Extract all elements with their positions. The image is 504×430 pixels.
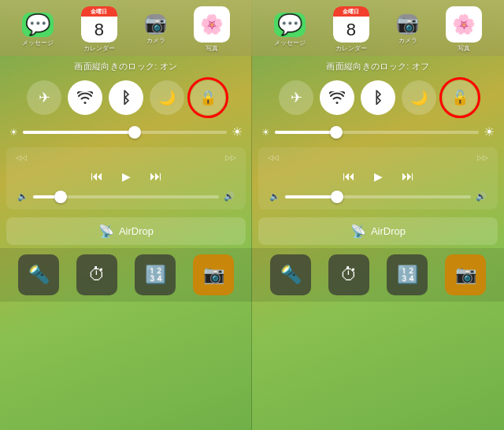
track-left-label-right: ◁◁ [268,154,279,161]
brightness-fill [23,131,135,134]
messages-label-right: メッセージ [274,39,306,47]
brightness-low-icon: ☀ [9,127,18,138]
shortcuts-row-left: 🔦 ⏱ 🔢 📷 [0,248,252,302]
calendar-label: カレンダー [83,44,115,53]
do-not-disturb-btn-right[interactable]: 🌙 [402,80,436,115]
wifi-btn[interactable] [68,80,102,115]
messages-app[interactable]: 💬 メッセージ [22,13,54,47]
calendar-weekday: 金曜日 [81,6,117,17]
photos-app-right[interactable]: 🌸 写真 [446,6,482,53]
wifi-btn-right[interactable] [320,80,354,115]
flashlight-btn-left[interactable]: 🔦 [18,254,59,295]
clock-btn-right[interactable]: ⏱ [328,254,369,295]
wifi-icon [77,91,93,104]
lock-status-right: 画面縦向きのロック: オフ [252,56,504,76]
camera-label-right: カメラ [398,36,417,45]
brightness-high-icon-right: ☀ [484,124,495,139]
volume-low-icon-right: 🔈 [269,191,280,202]
track-left-label: ◁◁ [16,154,27,161]
volume-high-icon: 🔊 [224,191,235,202]
wifi-icon-right [329,91,345,104]
media-controls-right: ⏮ ▶ ⏭ [266,166,490,187]
volume-slider-right[interactable]: 🔈 🔊 [266,187,490,203]
media-player-left: ◁◁ ▷▷ ⏮ ▶ ⏭ 🔈 🔊 [6,147,246,209]
airdrop-label-left: AirDrop [119,225,154,237]
camera-shortcut-btn-right[interactable]: 📷 [445,254,486,295]
photos-label-right: 写真 [458,44,470,53]
calendar-icon-right: 金曜日 8 [333,6,369,43]
volume-slider-left[interactable]: 🔈 🔊 [14,187,238,203]
brightness-thumb[interactable] [128,126,141,139]
do-not-disturb-btn[interactable]: 🌙 [150,80,184,115]
calendar-label-right: カレンダー [335,44,367,53]
right-panel: 💬 メッセージ 金曜日 8 カレンダー 📷 カメラ 🌸 写真 [252,0,504,430]
brightness-thumb-right[interactable] [330,126,343,139]
toggle-row-right: ✈ ᛒ 🌙 🔓 [252,76,504,121]
photos-label: 写真 [206,44,218,53]
prev-btn-right[interactable]: ⏮ [343,169,355,183]
brightness-track-right[interactable] [275,131,479,134]
photos-icon-right: 🌸 [446,6,482,43]
toggle-row-left: ✈ ᛒ 🌙 🔒 [0,76,252,121]
calendar-weekday-right: 金曜日 [333,6,369,17]
rotation-lock-btn[interactable]: 🔒 [191,80,225,115]
track-right-label: ▷▷ [225,154,236,161]
brightness-slider-right[interactable]: ☀ ☀ [252,121,504,143]
airdrop-icon-left: 📡 [98,224,114,239]
app-icon-row-right: 💬 メッセージ 金曜日 8 カレンダー 📷 カメラ 🌸 写真 [252,0,504,56]
airdrop-icon-right: 📡 [350,224,366,239]
calendar-app[interactable]: 金曜日 8 カレンダー [81,6,117,53]
volume-thumb-right[interactable] [331,191,343,203]
calculator-btn-right[interactable]: 🔢 [387,254,428,295]
camera-app-right[interactable]: 📷 カメラ [397,14,418,45]
calculator-btn-left[interactable]: 🔢 [135,254,176,295]
volume-track-left[interactable] [33,195,219,198]
next-btn-left[interactable]: ⏭ [150,169,162,183]
track-info-left: ◁◁ ▷▷ [14,154,238,161]
flashlight-btn-right[interactable]: 🔦 [270,254,311,295]
messages-icon-right: 💬 [274,13,306,37]
shortcuts-row-right: 🔦 ⏱ 🔢 📷 [252,248,504,302]
rotation-lock-btn-right[interactable]: 🔓 [443,80,477,115]
volume-fill-right [285,195,337,198]
photos-app[interactable]: 🌸 写真 [194,6,230,53]
bluetooth-btn-right[interactable]: ᛒ [361,80,395,115]
volume-track-right[interactable] [285,195,471,198]
track-info-right: ◁◁ ▷▷ [266,154,490,161]
volume-thumb-left[interactable] [54,191,67,203]
red-circle-right [439,77,480,118]
brightness-fill-right [275,131,336,134]
media-player-right: ◁◁ ▷▷ ⏮ ▶ ⏭ 🔈 🔊 [258,147,498,209]
brightness-high-icon: ☀ [232,124,243,139]
control-center-left: 画面縦向きのロック: オン ✈ ᛒ 🌙 🔒 [0,56,252,430]
brightness-slider-left[interactable]: ☀ ☀ [0,121,252,143]
brightness-track[interactable] [23,131,227,134]
messages-label: メッセージ [22,39,54,47]
next-btn-right[interactable]: ⏭ [402,169,414,183]
photos-icon: 🌸 [194,6,230,43]
left-panel: 💬 メッセージ 金曜日 8 カレンダー 📷 カメラ 🌸 写真 [0,0,252,430]
camera-icon: 📷 [145,14,166,35]
airdrop-btn-right[interactable]: 📡 AirDrop [258,217,498,245]
calendar-icon: 金曜日 8 [81,6,117,43]
camera-shortcut-btn-left[interactable]: 📷 [193,254,234,295]
control-center-right: 画面縦向きのロック: オフ ✈ ᛒ 🌙 🔓 [252,56,504,430]
lock-status-left: 画面縦向きのロック: オン [0,56,252,76]
messages-app-right[interactable]: 💬 メッセージ [274,13,306,47]
volume-low-icon: 🔈 [17,191,28,202]
volume-high-icon-right: 🔊 [476,191,487,202]
prev-btn-left[interactable]: ⏮ [91,169,103,183]
camera-app[interactable]: 📷 カメラ [145,14,166,45]
airplane-mode-btn[interactable]: ✈ [27,80,61,115]
media-controls-left: ⏮ ▶ ⏭ [14,166,238,187]
play-btn-left[interactable]: ▶ [122,170,131,183]
play-btn-right[interactable]: ▶ [374,170,383,183]
airdrop-btn-left[interactable]: 📡 AirDrop [6,217,246,245]
camera-label: カメラ [146,36,165,45]
clock-btn-left[interactable]: ⏱ [76,254,117,295]
calendar-app-right[interactable]: 金曜日 8 カレンダー [333,6,369,53]
bluetooth-btn[interactable]: ᛒ [109,80,143,115]
airdrop-label-right: AirDrop [371,225,406,237]
airplane-mode-btn-right[interactable]: ✈ [279,80,313,115]
red-circle-left [187,77,228,118]
